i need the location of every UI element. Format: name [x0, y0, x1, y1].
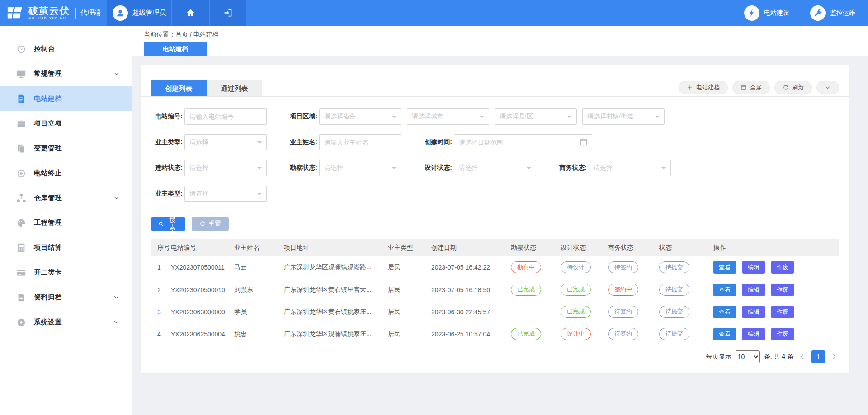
toolbar-refresh-button[interactable]: 刷新 — [774, 81, 812, 94]
survey-status-badge: 已完成 — [511, 284, 541, 295]
toolbar-chevron-button[interactable] — [816, 81, 839, 94]
breadcrumb-path[interactable]: 首页 / 电站建档 — [175, 31, 219, 38]
caret-down-icon — [257, 193, 262, 197]
list-tab-2[interactable]: 通过列表 — [207, 80, 262, 96]
view-button[interactable]: 查看 — [713, 284, 736, 296]
filter-field: 业主类型:请选择 — [151, 134, 267, 150]
cell-owner: 马云 — [234, 256, 284, 279]
user-menu[interactable]: 超级管理员 — [107, 0, 171, 26]
view-button[interactable]: 查看 — [713, 261, 736, 274]
filter-select[interactable]: 请选择城市 — [407, 108, 489, 125]
sidebar-item-12[interactable]: 系统设置 — [0, 310, 132, 335]
station-table: 序号电站编号业主姓名项目地址业主类型创建日期勘察状态设计状态商务状态状态操作 1… — [151, 239, 839, 345]
void-button[interactable]: 作废 — [771, 328, 794, 340]
edit-button[interactable]: 编辑 — [742, 306, 765, 318]
cell-address: 广东深圳龙华区黄石镇姚家庄... — [284, 301, 388, 323]
filter-select[interactable]: 请选择省份 — [319, 108, 401, 125]
cell-survey-status: 勘察中 — [511, 256, 561, 279]
sidebar-item-7[interactable]: 仓库管理 — [0, 186, 132, 210]
view-button[interactable]: 查看 — [713, 328, 736, 340]
filter-label: 设计状态: — [420, 164, 452, 172]
cell-business-status: 签约中 — [608, 279, 659, 301]
filter-label: 项目区域: — [286, 112, 317, 121]
edition-label: 代理端 — [80, 9, 101, 17]
sidebar-item-label: 项目结算 — [34, 243, 62, 252]
filter-select[interactable]: 请选择 — [589, 160, 671, 176]
filter-date-range[interactable] — [454, 134, 592, 150]
sidebar-item-3[interactable]: 电站建档 — [0, 86, 132, 111]
filter-select[interactable]: 请选择村镇/街道 — [582, 108, 665, 125]
header-right: 电站建设监控运维 — [744, 0, 868, 26]
list-tab-1[interactable]: 创建列表 — [151, 80, 207, 96]
table-row: 2YX2023070500010刘强东广东深圳龙华区黄石镇星官大...居民202… — [151, 279, 839, 301]
edit-button[interactable]: 编辑 — [742, 284, 765, 296]
cell-created: 2023-06-25 10:57:04 — [431, 323, 511, 345]
chevron-down-icon — [113, 70, 120, 77]
home-button[interactable] — [171, 0, 209, 26]
filter-area: 电站编号:项目区域:请选择省份请选择城市请选择县/区请选择村镇/街道业主类型:请… — [141, 97, 849, 202]
date-range-input[interactable] — [454, 134, 592, 150]
filter-select[interactable]: 请选择 — [184, 134, 267, 150]
filter-select[interactable]: 请选择 — [184, 160, 267, 176]
filter-input[interactable] — [184, 108, 267, 125]
table-row: 4YX2023062500004姚忠广东深圳龙华区观澜镇姚家庄...居民2023… — [151, 323, 839, 345]
caret-down-icon — [661, 167, 666, 172]
filter-select[interactable]: 请选择 — [319, 160, 401, 176]
survey-status-badge: 勘察中 — [511, 261, 541, 273]
void-button[interactable]: 作废 — [771, 261, 794, 274]
edit-button[interactable]: 编辑 — [742, 261, 765, 274]
caret-down-icon — [392, 167, 396, 172]
doc-icon — [16, 94, 26, 104]
sidebar-item-1[interactable]: 控制台 — [0, 37, 132, 61]
void-button[interactable]: 作废 — [771, 284, 794, 296]
cell-design-status: 已完成 — [561, 279, 608, 301]
search-button[interactable]: 搜索 — [151, 217, 185, 231]
cell-created: 2023-06-30 22:45:57 — [431, 301, 511, 323]
sidebar-item-label: 开二类卡 — [34, 268, 62, 277]
sidebar-item-6[interactable]: 电站终止 — [0, 161, 132, 186]
breadcrumb-prefix: 当前位置： — [144, 31, 175, 38]
top-strip: 当前位置：首页 / 电站建档 电站建档 — [132, 26, 868, 56]
logout-button[interactable] — [209, 0, 246, 26]
filter-select[interactable]: 请选择 — [184, 186, 267, 202]
cell-business-status: 待签约 — [608, 323, 659, 345]
page-tab[interactable]: 电站建档 — [144, 42, 207, 56]
filter-select[interactable]: 请选择 — [454, 160, 536, 176]
select-placeholder: 请选择 — [189, 138, 208, 146]
edit-button[interactable]: 编辑 — [742, 328, 765, 340]
current-page[interactable]: 1 — [811, 350, 825, 363]
prev-page-button[interactable] — [797, 353, 807, 360]
next-page-button[interactable] — [829, 353, 839, 360]
cell-status: 待提交 — [659, 279, 713, 301]
calculator-icon — [16, 243, 26, 253]
sidebar-item-4[interactable]: 项目立项 — [0, 111, 132, 136]
cell-created: 2023-07-05 16:42:22 — [431, 256, 511, 279]
target-icon — [16, 168, 26, 178]
per-page-select[interactable]: 10 — [736, 350, 760, 363]
header-nav-1[interactable]: 电站建设 — [744, 5, 789, 21]
select-placeholder: 请选择 — [189, 190, 208, 198]
header-nav-2[interactable]: 监控运维 — [810, 5, 855, 21]
caret-down-icon — [257, 167, 262, 172]
reset-button[interactable]: 重置 — [192, 217, 229, 231]
sidebar-item-10[interactable]: 开二类卡 — [0, 260, 132, 285]
sidebar-item-2[interactable]: 常规管理 — [0, 61, 132, 86]
sidebar-item-label: 控制台 — [34, 45, 55, 53]
cell-survey-status: 已完成 — [511, 323, 561, 345]
business-status-badge: 待签约 — [608, 306, 638, 317]
sidebar-item-9[interactable]: 项目结算 — [0, 235, 132, 260]
sidebar-item-8[interactable]: 工程管理 — [0, 210, 132, 235]
view-button[interactable]: 查看 — [713, 306, 736, 318]
filter-input[interactable] — [319, 134, 401, 150]
search-icon — [158, 221, 164, 227]
sidebar-item-11[interactable]: 资料归档 — [0, 285, 132, 310]
void-button[interactable]: 作废 — [771, 306, 794, 318]
toolbar-fullscreen-button[interactable]: 全屏 — [732, 81, 770, 94]
breadcrumb: 当前位置：首页 / 电站建档 — [132, 30, 868, 39]
chevron-right-icon — [830, 353, 838, 360]
toolbar-plus-button[interactable]: 电站建档 — [679, 81, 728, 94]
sidebar-item-5[interactable]: 变更管理 — [0, 136, 132, 161]
filter-select[interactable]: 请选择县/区 — [495, 108, 577, 125]
filter-field: 业主姓名: — [286, 134, 401, 150]
cell-address: 广东深圳龙华区黄石镇星官大... — [284, 279, 388, 301]
